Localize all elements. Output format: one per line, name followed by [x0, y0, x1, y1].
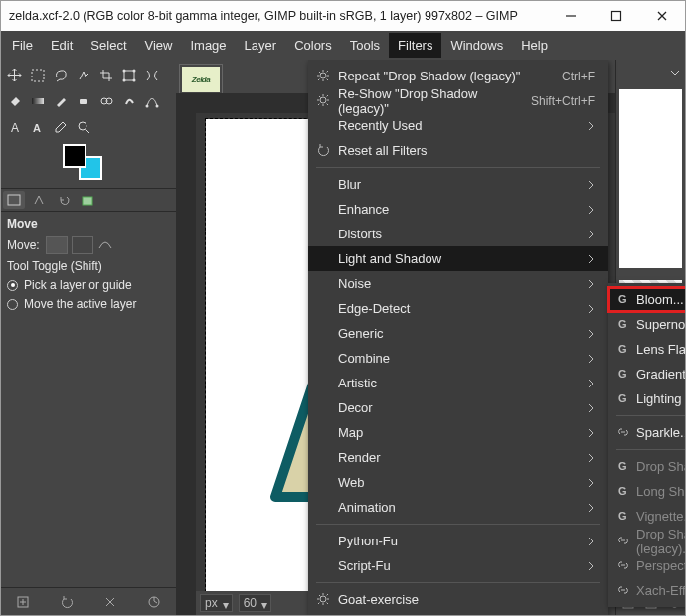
zoom-select[interactable]: 60▾ [239, 594, 271, 612]
tool-gradient[interactable] [27, 90, 48, 111]
tool-smudge[interactable] [118, 90, 139, 111]
tool-rect-select[interactable] [27, 65, 48, 85]
menu-item-drop-shadow-legacy[interactable]: Drop Shadow (legacy)... [608, 529, 685, 553]
menu-view[interactable]: View [136, 33, 182, 58]
tool-move[interactable] [4, 65, 25, 85]
menu-tools[interactable]: Tools [341, 33, 389, 58]
menu-item-sparkle[interactable]: Sparkle... [608, 420, 685, 445]
tool-path[interactable] [141, 90, 162, 111]
menu-item-goat-exercise[interactable]: Goat-exercise [308, 587, 608, 612]
menu-item-generic[interactable]: Generic [308, 321, 608, 346]
unit-select[interactable]: px▾ [200, 594, 233, 612]
menu-item-drop-shadow[interactable]: GDrop Shadow... [608, 454, 685, 479]
ruler-corner [176, 93, 196, 113]
reset-options-icon[interactable] [147, 595, 161, 609]
menu-item-xach-effect[interactable]: Xach-Effect... [608, 578, 685, 603]
menu-item-bloom[interactable]: GBloom... [608, 287, 685, 312]
menu-item-enhance[interactable]: Enhance [308, 197, 608, 222]
dock-tab-images[interactable] [78, 191, 99, 209]
chevron-right-icon [587, 503, 595, 513]
svg-point-22 [320, 596, 326, 602]
menu-item-re-show-drop-shadow-legacy[interactable]: Re-Show "Drop Shadow (legacy)"Shift+Ctrl… [308, 88, 608, 113]
menu-item-script-fu[interactable]: Script-Fu [308, 553, 608, 578]
save-options-icon[interactable] [16, 595, 30, 609]
delete-options-icon[interactable] [103, 595, 117, 609]
color-swatches[interactable] [63, 144, 108, 182]
tool-clone[interactable] [95, 90, 116, 111]
menu-item-light-and-shadow[interactable]: Light and Shadow [308, 246, 608, 271]
menu-item-vignette[interactable]: GVignette... [608, 504, 685, 529]
menu-select[interactable]: Select [82, 33, 135, 58]
menu-colors[interactable]: Colors [285, 33, 341, 58]
radio-move-active[interactable]: Move the active layer [7, 297, 170, 311]
menu-image[interactable]: Image [181, 33, 235, 58]
menu-item-python-fu[interactable]: Python-Fu [308, 529, 608, 553]
menu-separator [616, 449, 685, 450]
tool-eraser[interactable] [73, 90, 93, 111]
svg-text:G: G [618, 343, 627, 355]
menu-item-edge-detect[interactable]: Edge-Detect [308, 296, 608, 321]
menu-item-lens-flare[interactable]: GLens Flare... [608, 337, 685, 362]
right-dock-menu[interactable] [616, 60, 685, 83]
menu-item-artistic[interactable]: Artistic [308, 371, 608, 395]
tool-fuzzy-select[interactable] [73, 65, 93, 85]
ruler-vertical[interactable] [176, 113, 196, 615]
tool-paint[interactable] [50, 90, 71, 111]
tool-text[interactable]: A [4, 116, 25, 137]
dock-tab-tool-options[interactable] [3, 191, 25, 209]
dock-tab-device[interactable] [28, 191, 50, 209]
menu-item-supernova[interactable]: GSupernova... [608, 312, 685, 337]
tool-crop[interactable] [95, 65, 116, 85]
menu-item-reset-all-filters[interactable]: Reset all Filters [308, 138, 608, 163]
svg-point-4 [132, 69, 135, 72]
menu-item-repeat-drop-shadow-legacy[interactable]: Repeat "Drop Shadow (legacy)"Ctrl+F [308, 64, 608, 88]
menu-edit[interactable]: Edit [42, 33, 82, 58]
link-icon [615, 582, 631, 598]
tool-transform[interactable] [118, 65, 139, 85]
menu-item-lighting-effects[interactable]: GLighting Effects... [608, 386, 685, 411]
tool-zoom[interactable] [73, 116, 93, 137]
menu-file[interactable]: File [3, 33, 42, 58]
menu-item-distorts[interactable]: Distorts [308, 222, 608, 246]
menu-separator [316, 582, 600, 583]
gimp-icon: G [615, 458, 631, 474]
main-area: A A Move Move: [1, 60, 685, 615]
close-button[interactable] [639, 1, 685, 31]
tool-measure[interactable]: A [27, 116, 48, 137]
tool-free-select[interactable] [50, 65, 71, 85]
image-tab[interactable]: Zelda [179, 64, 223, 93]
move-mode-layer[interactable] [46, 236, 68, 254]
svg-rect-1 [32, 70, 44, 81]
menu-separator [316, 524, 600, 525]
brush-preview-1[interactable] [619, 89, 682, 268]
menu-windows[interactable]: Windows [441, 33, 512, 58]
minimize-button[interactable] [548, 1, 594, 31]
menu-item-long-shadow[interactable]: GLong Shadow... [608, 479, 685, 504]
tool-warp[interactable] [141, 65, 162, 85]
chevron-right-icon [587, 403, 595, 413]
menu-item-blur[interactable]: Blur [308, 172, 608, 197]
tool-color-picker[interactable] [50, 116, 71, 137]
menu-item-web[interactable]: Web [308, 470, 608, 495]
menu-layer[interactable]: Layer [236, 33, 286, 58]
tool-bucket[interactable] [4, 90, 25, 111]
menu-item-combine[interactable]: Combine [308, 346, 608, 371]
menu-item-map[interactable]: Map [308, 420, 608, 445]
menu-filters[interactable]: Filters [389, 33, 441, 58]
move-mode-path[interactable] [97, 236, 119, 254]
menu-item-recently-used[interactable]: Recently Used [308, 113, 608, 138]
menu-item-perspective[interactable]: Perspective... [608, 553, 685, 578]
menu-item-decor[interactable]: Decor [308, 395, 608, 420]
radio-pick-layer[interactable]: Pick a layer or guide [7, 278, 170, 292]
menu-item-noise[interactable]: Noise [308, 271, 608, 296]
fg-color-swatch[interactable] [63, 144, 86, 168]
restore-options-icon[interactable] [60, 595, 74, 609]
dock-tab-undo[interactable] [53, 191, 75, 209]
maximize-button[interactable] [594, 1, 639, 31]
move-mode-selection[interactable] [72, 236, 93, 254]
svg-text:G: G [618, 368, 627, 380]
menu-item-animation[interactable]: Animation [308, 495, 608, 520]
menu-item-render[interactable]: Render [308, 445, 608, 470]
menu-help[interactable]: Help [512, 33, 557, 58]
menu-item-gradient-flare[interactable]: GGradient Flare... [608, 362, 685, 386]
